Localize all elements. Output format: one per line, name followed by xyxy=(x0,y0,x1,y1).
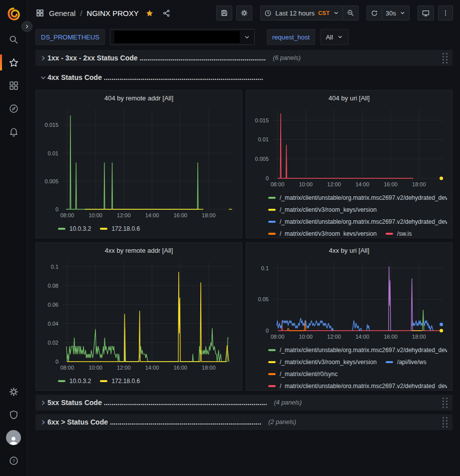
sidebar-item-configuration[interactable] xyxy=(0,380,27,403)
panel-title[interactable]: 4xx by uri [All] xyxy=(251,245,447,258)
breadcrumb-folder[interactable]: General xyxy=(49,9,75,17)
legend-item[interactable]: /_matrix/client/unstable/org.matrix.msc2… xyxy=(268,216,447,228)
sidebar-expand-button[interactable] xyxy=(21,21,32,32)
svg-text:08:00: 08:00 xyxy=(60,212,74,218)
row-drag-handle[interactable] xyxy=(442,416,449,429)
time-series-chart[interactable]: 08:0010:0012:0014:0016:0018:0000.020.040… xyxy=(41,258,237,373)
legend-item[interactable]: /_matrix/client/unstable/org.matrix.msc2… xyxy=(268,344,447,356)
dashboard-toolbar: General / NGINX PROXY Last 12 hours CST xyxy=(27,0,460,26)
legend-item[interactable]: /_matrix/client/v3/room_keys/version xyxy=(268,204,377,216)
row-6xx[interactable]: 6xx > Status Code ......................… xyxy=(35,414,453,430)
clock-icon xyxy=(264,9,272,17)
legend-marker xyxy=(268,373,276,375)
svg-text:16:00: 16:00 xyxy=(173,365,187,371)
series-10.0.3.2 xyxy=(66,115,199,209)
svg-text:0.1: 0.1 xyxy=(261,265,269,271)
time-range-picker[interactable]: Last 12 hours CST xyxy=(260,5,343,20)
legend-item[interactable]: /api/live/ws xyxy=(386,356,427,368)
legend-marker xyxy=(268,197,276,199)
svg-text:08:00: 08:00 xyxy=(271,334,285,340)
variable-value-request-host[interactable]: All xyxy=(320,29,348,45)
svg-text:0.005: 0.005 xyxy=(255,156,269,162)
sidebar-item-help[interactable]: ? xyxy=(0,449,27,472)
legend-item[interactable]: /_matrix/client/v3/room_keys/version xyxy=(268,356,377,368)
zoom-out-button[interactable] xyxy=(343,5,359,20)
series-10.0.3.2 xyxy=(66,328,229,362)
sidebar-item-search[interactable] xyxy=(0,28,27,51)
svg-text:18:00: 18:00 xyxy=(412,181,426,187)
chevron-right-icon xyxy=(38,400,47,406)
row-drag-handle[interactable] xyxy=(442,397,449,409)
legend-label: /_matrix/client/v3/room_keys/version xyxy=(280,206,377,213)
chevron-down-icon xyxy=(244,34,250,40)
refresh-interval-picker[interactable]: 30s xyxy=(382,5,410,20)
legend-item[interactable]: 10.0.3.2 xyxy=(58,223,91,235)
sidebar-item-profile[interactable] xyxy=(0,426,27,449)
person-icon xyxy=(8,435,19,445)
row-4xx[interactable]: 4xx Status Code ........................… xyxy=(35,69,453,85)
row-panel-count: (6 panels) xyxy=(273,54,301,61)
svg-text:08:00: 08:00 xyxy=(271,181,285,187)
dashboard-variables-bar: DS_PROMETHEUS request_host All xyxy=(27,26,460,50)
legend-item[interactable]: /sw.js xyxy=(386,228,412,236)
svg-text:0: 0 xyxy=(55,206,58,212)
panel-404-by-remote-addr: 404 by remote addr [All] 08:0010:0012:00… xyxy=(35,90,242,238)
share-icon[interactable] xyxy=(162,9,171,17)
svg-text:14:00: 14:00 xyxy=(356,181,370,187)
svg-text:12:00: 12:00 xyxy=(327,334,341,340)
row-drag-handle[interactable] xyxy=(442,52,449,64)
legend-label: 172.18.0.6 xyxy=(111,378,140,385)
dashboard-panels-area: 1xx - 3xx - 2xx Status Code ............… xyxy=(27,50,460,476)
chevron-right-icon xyxy=(38,420,47,425)
save-dashboard-button[interactable] xyxy=(216,5,232,20)
time-series-chart[interactable]: 08:0010:0012:0014:0016:0018:0000.0050.01… xyxy=(251,105,447,189)
row-1xx-3xx-2xx[interactable]: 1xx - 3xx - 2xx Status Code ............… xyxy=(35,50,453,66)
monitor-icon xyxy=(422,9,430,17)
time-series-chart[interactable]: 08:0010:0012:0014:0016:0018:0000.050.1 xyxy=(251,258,447,342)
svg-text:0: 0 xyxy=(55,359,58,365)
legend-item[interactable]: /_matrix/client/unstable/org.matrix.msc2… xyxy=(268,380,447,388)
favorite-star-icon[interactable] xyxy=(145,9,154,17)
row-title: 4xx Status Code ........................… xyxy=(47,73,263,81)
row-title: 1xx - 3xx - 2xx Status Code ............… xyxy=(47,54,266,62)
sidebar-item-alerting[interactable] xyxy=(0,120,27,143)
series-end-dot xyxy=(440,177,443,180)
legend-marker xyxy=(268,361,276,363)
legend-marker xyxy=(58,228,65,230)
time-series-chart[interactable]: 08:0010:0012:0014:0016:0018:0000.0050.01… xyxy=(41,105,237,220)
svg-text:08:00: 08:00 xyxy=(60,365,74,371)
sidebar-item-explore[interactable] xyxy=(0,97,27,120)
panel-title[interactable]: 404 by uri [All] xyxy=(251,92,447,105)
breadcrumb: General / NGINX PROXY xyxy=(35,8,171,17)
sidebar-item-server-admin[interactable] xyxy=(0,403,27,426)
svg-text:0.01: 0.01 xyxy=(48,150,58,156)
svg-text:0.08: 0.08 xyxy=(48,283,58,289)
chevron-down-icon xyxy=(337,34,343,40)
panel-title[interactable]: 404 by remote addr [All] xyxy=(41,92,237,105)
svg-text:?: ? xyxy=(12,458,14,464)
legend-item[interactable]: /_matrix/client/r0/sync xyxy=(268,368,338,380)
legend-item[interactable]: 10.0.3.2 xyxy=(58,375,91,387)
chart-legend: /_matrix/client/unstable/org.matrix.msc2… xyxy=(251,342,447,388)
variable-value-ds-prometheus[interactable] xyxy=(110,29,255,45)
svg-text:10:00: 10:00 xyxy=(299,181,313,187)
tv-mode-button[interactable] xyxy=(418,5,434,20)
legend-label: 10.0.3.2 xyxy=(69,225,91,232)
chart-legend: 10.0.3.2172.18.0.6 xyxy=(41,220,237,236)
series-/api/live/ws xyxy=(367,325,370,331)
legend-item[interactable]: 172.18.0.6 xyxy=(100,223,140,235)
chevron-right-icon xyxy=(38,55,47,61)
legend-item[interactable]: /_matrix/client/unstable/org.matrix.msc2… xyxy=(268,192,447,204)
sidebar-item-starred[interactable] xyxy=(0,51,27,74)
refresh-button[interactable] xyxy=(367,5,382,20)
panel-title[interactable]: 4xx by remote addr [All] xyxy=(41,245,237,258)
series-4xx-purple xyxy=(389,267,391,331)
chart-legend: /_matrix/client/unstable/org.matrix.msc2… xyxy=(251,189,447,236)
row-5xx[interactable]: 5xx Status Code ........................… xyxy=(35,395,453,411)
sidebar-item-dashboards[interactable] xyxy=(0,74,27,97)
legend-label: /_matrix/client/unstable/org.matrix.msc2… xyxy=(280,218,447,225)
legend-item[interactable]: 172.18.0.6 xyxy=(100,375,140,387)
dashboard-settings-button[interactable] xyxy=(236,5,252,20)
more-options-button[interactable] xyxy=(438,5,453,20)
legend-item[interactable]: /_matrix/client/v3/room_keys/version xyxy=(268,228,377,236)
